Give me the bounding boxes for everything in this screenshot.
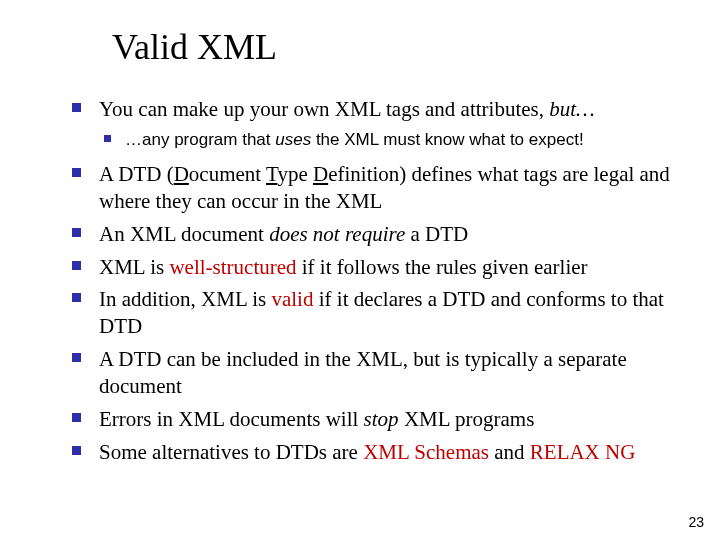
text-run-italic: does not require (269, 222, 405, 246)
text-run-red: RELAX NG (530, 440, 636, 464)
text-run: a DTD (405, 222, 468, 246)
slide-body: You can make up your own XML tags and at… (72, 96, 672, 466)
text-run: XML programs (399, 407, 535, 431)
bullet-1-text: You can make up your own XML tags and at… (99, 96, 672, 123)
square-bullet-icon (72, 293, 81, 302)
text-run: the XML must know what to expect! (311, 130, 583, 149)
svg-rect-3 (72, 228, 81, 237)
text-run: ocument (189, 162, 266, 186)
text-run-red: XML Schemas (363, 440, 489, 464)
svg-rect-8 (72, 446, 81, 455)
text-run: and (489, 440, 530, 464)
svg-rect-5 (72, 293, 81, 302)
square-bullet-icon (72, 168, 81, 177)
square-bullet-icon (72, 228, 81, 237)
bullet-5-text: In addition, XML is valid if it declares… (99, 286, 672, 340)
svg-rect-6 (72, 353, 81, 362)
text-run-underline: D (174, 162, 189, 186)
bullet-2: A DTD (Document Type Definition) defines… (72, 161, 672, 215)
text-run: Errors in XML documents will (99, 407, 364, 431)
bullet-4-text: XML is well-structured if it follows the… (99, 254, 672, 281)
text-run-italic: stop (364, 407, 399, 431)
sub-bullet-1: …any program that uses the XML must know… (104, 129, 672, 151)
slide-title: Valid XML (112, 26, 696, 68)
bullet-1: You can make up your own XML tags and at… (72, 96, 672, 123)
svg-rect-7 (72, 413, 81, 422)
square-bullet-icon (72, 261, 81, 270)
slide: Valid XML You can make up your own XML t… (0, 0, 720, 540)
square-bullet-icon (72, 353, 81, 362)
svg-rect-1 (104, 135, 111, 142)
bullet-5: In addition, XML is valid if it declares… (72, 286, 672, 340)
text-run-red: well-structured (169, 255, 296, 279)
svg-rect-2 (72, 168, 81, 177)
text-run: Some alternatives to DTDs are (99, 440, 363, 464)
text-run-italic: but… (549, 97, 595, 121)
bullet-6-text: A DTD can be included in the XML, but is… (99, 346, 672, 400)
text-run: …any program that (125, 130, 275, 149)
svg-rect-0 (72, 103, 81, 112)
text-run-italic: uses (275, 130, 311, 149)
bullet-8: Some alternatives to DTDs are XML Schema… (72, 439, 672, 466)
text-run: In addition, XML is (99, 287, 271, 311)
text-run: ype (277, 162, 313, 186)
sub-bullet-1-text: …any program that uses the XML must know… (125, 129, 672, 151)
text-run-underline: T (266, 162, 277, 186)
bullet-7-text: Errors in XML documents will stop XML pr… (99, 406, 672, 433)
square-bullet-icon (72, 413, 81, 422)
bullet-3-text: An XML document does not require a DTD (99, 221, 672, 248)
square-bullet-icon (72, 446, 81, 455)
square-bullet-icon (72, 103, 81, 112)
square-bullet-icon (104, 135, 111, 142)
bullet-7: Errors in XML documents will stop XML pr… (72, 406, 672, 433)
svg-rect-4 (72, 261, 81, 270)
text-run: You can make up your own XML tags and at… (99, 97, 549, 121)
text-run: XML is (99, 255, 169, 279)
text-run: A DTD ( (99, 162, 174, 186)
sub-bullets: …any program that uses the XML must know… (104, 129, 672, 151)
text-run-underline: D (313, 162, 328, 186)
bullet-8-text: Some alternatives to DTDs are XML Schema… (99, 439, 672, 466)
text-run-red: valid (271, 287, 313, 311)
text-run: An XML document (99, 222, 269, 246)
bullet-3: An XML document does not require a DTD (72, 221, 672, 248)
text-run: if it follows the rules given earlier (297, 255, 588, 279)
bullet-2-text: A DTD (Document Type Definition) defines… (99, 161, 672, 215)
bullet-6: A DTD can be included in the XML, but is… (72, 346, 672, 400)
page-number: 23 (688, 514, 704, 530)
bullet-4: XML is well-structured if it follows the… (72, 254, 672, 281)
